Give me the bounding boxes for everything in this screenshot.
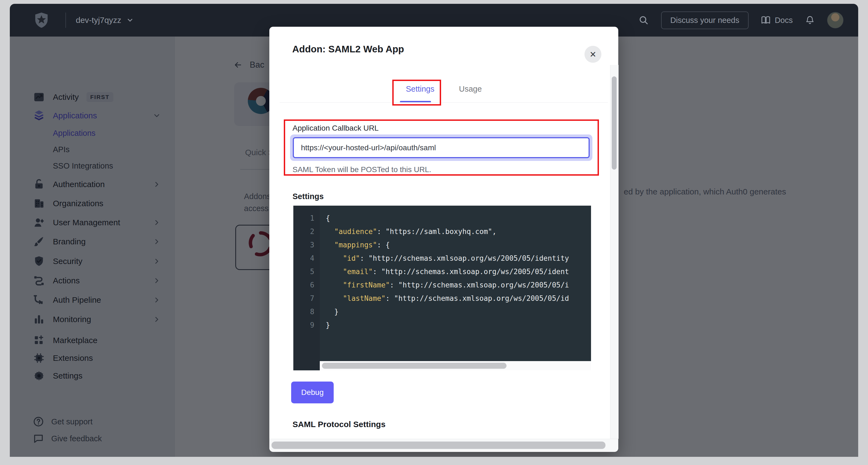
- code-line-2: 2 "audience": "https://saml.boxyhq.com",: [293, 225, 591, 238]
- line-content: "lastName": "http://schemas.xmlsoap.org/…: [320, 292, 569, 305]
- code-line-3: 3 "mappings": {: [293, 238, 591, 252]
- line-content: "id": "http://schemas.xmlsoap.org/ws/200…: [320, 252, 569, 265]
- line-number: 3: [293, 238, 320, 252]
- line-content: "email": "http://schemas.xmlsoap.org/ws/…: [320, 265, 569, 279]
- docs-label: Docs: [775, 16, 793, 25]
- tab-usage[interactable]: Usage: [459, 85, 482, 102]
- line-content: }: [320, 305, 339, 319]
- code-line-6: 6 "firstName": "http://schemas.xmlsoap.o…: [293, 279, 591, 292]
- code-line-9: 9}: [293, 319, 591, 332]
- editor-horizontal-scrollbar[interactable]: [320, 361, 591, 370]
- line-number: 1: [293, 212, 320, 225]
- tenant-name: dev-tyj7qyzz: [76, 16, 121, 25]
- app-viewport: dev-tyj7qyzz Discuss your needs Docs Act…: [10, 4, 858, 457]
- discuss-needs-button[interactable]: Discuss your needs: [661, 11, 749, 29]
- modal-vscroll-thumb[interactable]: [612, 76, 617, 170]
- code-line-8: 8 }: [293, 305, 591, 319]
- line-content: }: [320, 319, 330, 332]
- close-icon: ✕: [589, 50, 596, 59]
- modal-horizontal-scrollbar[interactable]: [269, 439, 618, 452]
- callback-helper-text: SAML Token will be POSTed to this URL.: [292, 165, 431, 174]
- callback-url-label: Application Callback URL: [292, 124, 379, 133]
- tabs-divider: [280, 102, 608, 103]
- auth0-logo-icon: [33, 11, 50, 29]
- topbar-actions: Discuss your needs Docs: [638, 4, 843, 36]
- chevron-down-icon: [126, 17, 134, 24]
- tenant-switcher[interactable]: dev-tyj7qyzz: [76, 4, 134, 36]
- line-number: 9: [293, 319, 320, 332]
- tab-settings[interactable]: Settings: [406, 85, 435, 102]
- settings-section-label: Settings: [292, 192, 323, 201]
- docs-link[interactable]: Docs: [761, 15, 793, 25]
- modal-hscroll-thumb[interactable]: [272, 441, 606, 449]
- code-line-7: 7 "lastName": "http://schemas.xmlsoap.or…: [293, 292, 591, 305]
- saml-protocol-settings-heading: SAML Protocol Settings: [292, 420, 385, 429]
- book-icon: [761, 15, 771, 25]
- addon-saml2-modal: Addon: SAML2 Web App ✕ Settings Usage Ap…: [269, 27, 618, 452]
- line-number: 6: [293, 279, 320, 292]
- bell-icon[interactable]: [805, 15, 815, 25]
- modal-tabs: Settings Usage: [269, 85, 618, 102]
- topbar-divider: [65, 12, 66, 28]
- code-line-5: 5 "email": "http://schemas.xmlsoap.org/w…: [293, 265, 591, 279]
- code-line-4: 4 "id": "http://schemas.xmlsoap.org/ws/2…: [293, 252, 591, 265]
- line-content: {: [320, 212, 330, 225]
- line-content: "firstName": "http://schemas.xmlsoap.org…: [320, 279, 569, 292]
- user-avatar[interactable]: [827, 12, 843, 28]
- line-number: 5: [293, 265, 320, 279]
- editor-hscroll-thumb[interactable]: [322, 363, 506, 369]
- callback-url-input[interactable]: [293, 137, 590, 158]
- line-number: 4: [293, 252, 320, 265]
- line-number: 2: [293, 225, 320, 238]
- code-line-1: 1{: [293, 212, 591, 225]
- modal-title: Addon: SAML2 Web App: [292, 43, 404, 55]
- debug-button[interactable]: Debug: [291, 382, 334, 403]
- close-button[interactable]: ✕: [585, 46, 601, 63]
- search-icon[interactable]: [638, 15, 649, 26]
- line-content: "mappings": {: [320, 238, 390, 252]
- modal-vertical-scrollbar[interactable]: [610, 65, 619, 439]
- window-frame: dev-tyj7qyzz Discuss your needs Docs Act…: [0, 0, 868, 465]
- line-number: 7: [293, 292, 320, 305]
- editor-code-lines: 1{2 "audience": "https://saml.boxyhq.com…: [293, 212, 591, 332]
- line-number: 8: [293, 305, 320, 319]
- line-content: "audience": "https://saml.boxyhq.com",: [320, 225, 496, 238]
- settings-code-editor[interactable]: 1{2 "audience": "https://saml.boxyhq.com…: [293, 206, 591, 370]
